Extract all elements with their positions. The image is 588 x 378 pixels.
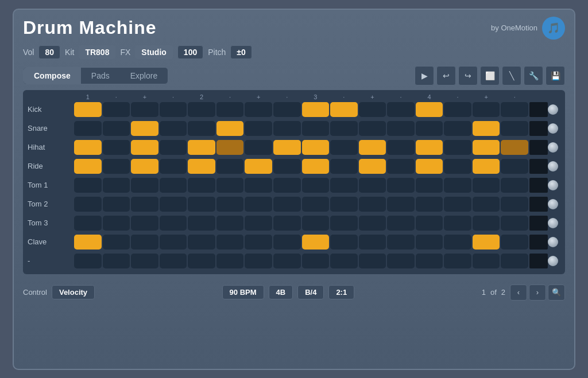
pad-3-15[interactable]: [501, 159, 528, 174]
pad-7-9[interactable]: [330, 235, 358, 250]
undo-button[interactable]: ↩: [436, 66, 456, 85]
pad-7-8[interactable]: [302, 235, 330, 250]
pad-7-14[interactable]: [473, 235, 500, 250]
pad-2-6[interactable]: [245, 140, 272, 155]
pad-2-14[interactable]: [473, 140, 500, 155]
select-button[interactable]: ⬜: [480, 66, 500, 85]
pad-2-12[interactable]: [416, 140, 443, 155]
tab-compose[interactable]: Compose: [24, 68, 81, 84]
volume-knob-1[interactable]: [548, 123, 558, 134]
prev-page-button[interactable]: ‹: [510, 285, 527, 301]
pad-8-5[interactable]: [216, 254, 244, 268]
pad-5-1[interactable]: [103, 197, 130, 212]
pad-5-5[interactable]: [216, 197, 244, 212]
bpm-value[interactable]: 90 BPM: [222, 285, 264, 299]
pad-8-7[interactable]: [273, 254, 301, 268]
pad-7-15[interactable]: [501, 235, 528, 250]
pad-4-0[interactable]: [74, 178, 102, 193]
pad-5-9[interactable]: [330, 197, 358, 212]
pad-2-2[interactable]: [131, 140, 158, 155]
fx-amount[interactable]: 100: [177, 45, 203, 59]
pad-8-0[interactable]: [74, 254, 102, 268]
tab-explore[interactable]: Explore: [120, 68, 168, 84]
pad-6-5[interactable]: [216, 216, 244, 231]
vol-value[interactable]: 80: [38, 45, 60, 59]
pad-0-13[interactable]: [444, 102, 471, 117]
pad-0-9[interactable]: [330, 102, 358, 117]
settings-button[interactable]: 🔧: [524, 66, 543, 85]
pad-3-5[interactable]: [216, 159, 244, 174]
pad-4-7[interactable]: [273, 178, 301, 193]
pad-6-1[interactable]: [103, 216, 130, 231]
pad-0-5[interactable]: [216, 102, 244, 117]
pad-1-15[interactable]: [501, 121, 528, 136]
pad-4-1[interactable]: [103, 178, 130, 193]
pad-3-10[interactable]: [359, 159, 386, 174]
pad-0-2[interactable]: [131, 102, 158, 117]
pad-4-3[interactable]: [160, 178, 187, 193]
pad-5-13[interactable]: [444, 197, 471, 212]
pad-0-12[interactable]: [416, 102, 443, 117]
pad-7-10[interactable]: [359, 235, 386, 250]
pad-5-7[interactable]: [273, 197, 301, 212]
volume-knob-5[interactable]: [548, 199, 558, 209]
pad-2-0[interactable]: [74, 140, 102, 155]
pad-5-14[interactable]: [473, 197, 500, 212]
erase-button[interactable]: ╲: [502, 66, 521, 85]
pad-8-1[interactable]: [103, 254, 130, 268]
pad-3-9[interactable]: [330, 159, 358, 174]
pad-4-5[interactable]: [216, 178, 244, 193]
pad-3-4[interactable]: [188, 159, 215, 174]
volume-knob-8[interactable]: [548, 256, 558, 266]
search-button[interactable]: 🔍: [548, 285, 565, 301]
pad-3-3[interactable]: [160, 159, 187, 174]
pad-6-13[interactable]: [444, 216, 471, 231]
ratio-value[interactable]: 2:1: [328, 285, 354, 299]
pad-8-9[interactable]: [330, 254, 358, 268]
pad-4-4[interactable]: [188, 178, 215, 193]
pad-2-10[interactable]: [359, 140, 386, 155]
pad-2-15[interactable]: [501, 140, 528, 155]
pad-3-8[interactable]: [302, 159, 330, 174]
fx-value[interactable]: Studio: [135, 45, 173, 59]
pad-5-2[interactable]: [131, 197, 158, 212]
pad-8-11[interactable]: [387, 254, 415, 268]
pad-6-14[interactable]: [473, 216, 500, 231]
tab-pads[interactable]: Pads: [81, 68, 120, 84]
pad-6-8[interactable]: [302, 216, 330, 231]
volume-knob-2[interactable]: [548, 142, 558, 153]
pad-1-1[interactable]: [103, 121, 130, 136]
pad-6-6[interactable]: [245, 216, 272, 231]
pad-2-9[interactable]: [330, 140, 358, 155]
control-value[interactable]: Velocity: [52, 285, 95, 299]
pad-4-10[interactable]: [359, 178, 386, 193]
pad-1-4[interactable]: [188, 121, 215, 136]
pad-5-15[interactable]: [501, 197, 528, 212]
pad-6-9[interactable]: [330, 216, 358, 231]
pad-3-2[interactable]: [131, 159, 158, 174]
pad-2-4[interactable]: [188, 140, 215, 155]
pad-1-12[interactable]: [416, 121, 443, 136]
pad-7-6[interactable]: [245, 235, 272, 250]
next-page-button[interactable]: ›: [529, 285, 546, 301]
pad-1-11[interactable]: [387, 121, 415, 136]
pad-5-3[interactable]: [160, 197, 187, 212]
pad-2-11[interactable]: [387, 140, 415, 155]
pad-5-0[interactable]: [74, 197, 102, 212]
pad-0-10[interactable]: [359, 102, 386, 117]
pad-5-12[interactable]: [416, 197, 443, 212]
pad-6-2[interactable]: [131, 216, 158, 231]
pad-0-6[interactable]: [245, 102, 272, 117]
pad-7-2[interactable]: [131, 235, 158, 250]
pad-8-8[interactable]: [302, 254, 330, 268]
pad-7-3[interactable]: [160, 235, 187, 250]
pad-5-10[interactable]: [359, 197, 386, 212]
pad-8-15[interactable]: [501, 254, 528, 268]
volume-knob-3[interactable]: [548, 161, 558, 172]
pad-6-12[interactable]: [416, 216, 443, 231]
pad-4-15[interactable]: [501, 178, 528, 193]
pad-3-11[interactable]: [387, 159, 415, 174]
pad-6-10[interactable]: [359, 216, 386, 231]
pad-3-7[interactable]: [273, 159, 301, 174]
pad-8-13[interactable]: [444, 254, 471, 268]
